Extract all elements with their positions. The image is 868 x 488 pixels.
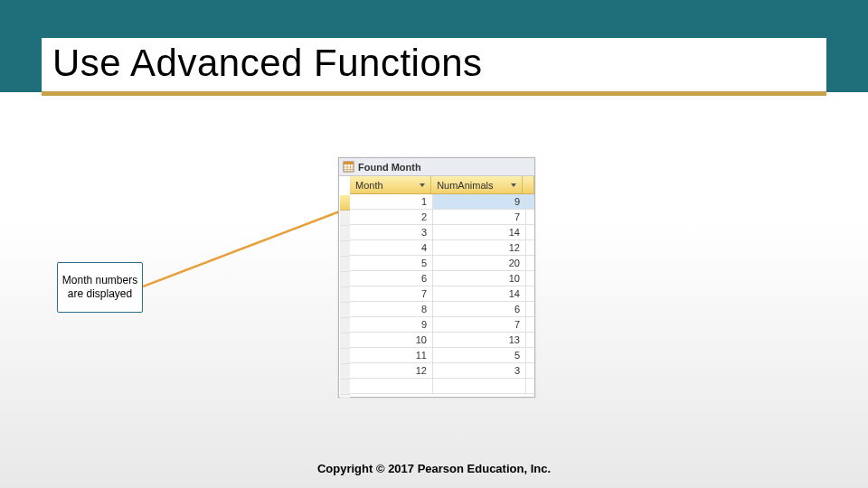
cell-extra (526, 210, 534, 224)
cell-extra (526, 333, 534, 347)
column-header-extra[interactable] (523, 176, 534, 193)
cell-num[interactable] (433, 379, 526, 393)
row-selector-active[interactable] (340, 195, 350, 211)
cell-num[interactable]: 5 (433, 348, 526, 362)
row-selector[interactable] (340, 333, 350, 349)
cell-extra (526, 271, 534, 286)
cell-extra (526, 317, 534, 332)
cell-num[interactable]: 12 (433, 240, 526, 255)
callout-connector-line (143, 203, 360, 289)
cell-month[interactable]: 12 (350, 363, 433, 378)
cell-month[interactable]: 8 (350, 302, 433, 316)
table-row[interactable]: 12 3 (350, 363, 534, 379)
chevron-down-icon[interactable] (511, 183, 516, 187)
cell-num[interactable]: 6 (433, 302, 526, 316)
column-header-num-label: NumAnimals (437, 180, 493, 191)
cell-month[interactable] (350, 379, 433, 393)
callout-label: Month numbers are displayed (57, 262, 143, 313)
access-datasheet: Found Month Month NumAnimals (338, 157, 535, 398)
table-row[interactable]: 9 7 (350, 317, 534, 333)
table-row-empty[interactable] (350, 379, 534, 394)
cell-extra (526, 348, 534, 362)
row-selector-gutter (340, 195, 350, 398)
row-selector[interactable] (340, 287, 350, 303)
cell-month[interactable]: 7 (350, 286, 433, 301)
row-selector[interactable] (340, 241, 350, 257)
row-selector[interactable] (340, 364, 350, 380)
cell-extra (526, 286, 534, 301)
slide-title: Use Advanced Functions (52, 42, 483, 85)
table-row[interactable]: 7 14 (350, 286, 534, 302)
copyright-text: Copyright © 2017 Pearson Education, Inc. (317, 462, 551, 475)
svg-line-0 (143, 205, 356, 286)
table-row[interactable]: 11 5 (350, 348, 534, 363)
title-container: Use Advanced Functions (42, 38, 826, 96)
cell-num[interactable]: 9 (433, 194, 526, 209)
cell-month[interactable]: 5 (350, 256, 433, 270)
cell-extra (526, 194, 534, 209)
table-row[interactable]: 8 6 (350, 302, 534, 317)
column-header-month[interactable]: Month (350, 176, 431, 193)
cell-month[interactable]: 9 (350, 317, 433, 332)
cell-month[interactable]: 11 (350, 348, 433, 362)
cell-month[interactable]: 2 (350, 210, 433, 224)
cell-num[interactable]: 7 (433, 317, 526, 332)
cell-extra (526, 256, 534, 270)
table-row[interactable]: 3 14 (350, 225, 534, 240)
cell-month[interactable]: 6 (350, 271, 433, 286)
table-row[interactable]: 5 20 (350, 256, 534, 271)
table-row[interactable]: 4 12 (350, 240, 534, 256)
cell-num[interactable]: 14 (433, 225, 526, 239)
cell-extra (526, 225, 534, 239)
datasheet-tab-bar: Found Month (339, 158, 534, 176)
cell-num[interactable]: 7 (433, 210, 526, 224)
grid-body: 1 9 2 7 3 14 4 12 5 20 (350, 194, 534, 394)
row-selector[interactable] (340, 272, 350, 287)
cell-month[interactable]: 4 (350, 240, 433, 255)
row-selector[interactable] (340, 211, 350, 226)
cell-extra (526, 302, 534, 316)
cell-extra (526, 379, 534, 393)
cell-num[interactable]: 14 (433, 286, 526, 301)
cell-num[interactable]: 13 (433, 333, 526, 347)
row-selector[interactable] (340, 380, 350, 395)
cell-num[interactable]: 3 (433, 363, 526, 378)
row-selector[interactable] (340, 349, 350, 364)
svg-rect-3 (344, 162, 354, 164)
table-row[interactable]: 6 10 (350, 271, 534, 286)
row-selector[interactable] (340, 318, 350, 333)
cell-num[interactable]: 20 (433, 256, 526, 270)
column-header-month-label: Month (355, 180, 383, 191)
cell-extra (526, 240, 534, 255)
cell-month[interactable]: 1 (350, 194, 433, 209)
table-row[interactable]: 10 13 (350, 333, 534, 348)
chevron-down-icon[interactable] (420, 183, 425, 187)
callout-text: Month numbers are displayed (61, 274, 138, 301)
datasheet-tab-label: Found Month (358, 162, 421, 173)
column-header-numanimals[interactable]: NumAnimals (431, 176, 523, 193)
datasheet-grid: Month NumAnimals 1 9 2 7 3 14 (350, 176, 534, 397)
row-selector[interactable] (340, 303, 350, 318)
column-header-row: Month NumAnimals (350, 176, 534, 194)
cell-month[interactable]: 10 (350, 333, 433, 347)
table-row[interactable]: 2 7 (350, 210, 534, 225)
copyright-footer: Copyright © 2017 Pearson Education, Inc. (0, 462, 868, 475)
cell-extra (526, 363, 534, 378)
cell-num[interactable]: 10 (433, 271, 526, 286)
cell-month[interactable]: 3 (350, 225, 433, 239)
table-row[interactable]: 1 9 (350, 194, 534, 210)
row-selector[interactable] (340, 226, 350, 241)
row-selector[interactable] (340, 257, 350, 272)
datasheet-icon (343, 161, 354, 173)
